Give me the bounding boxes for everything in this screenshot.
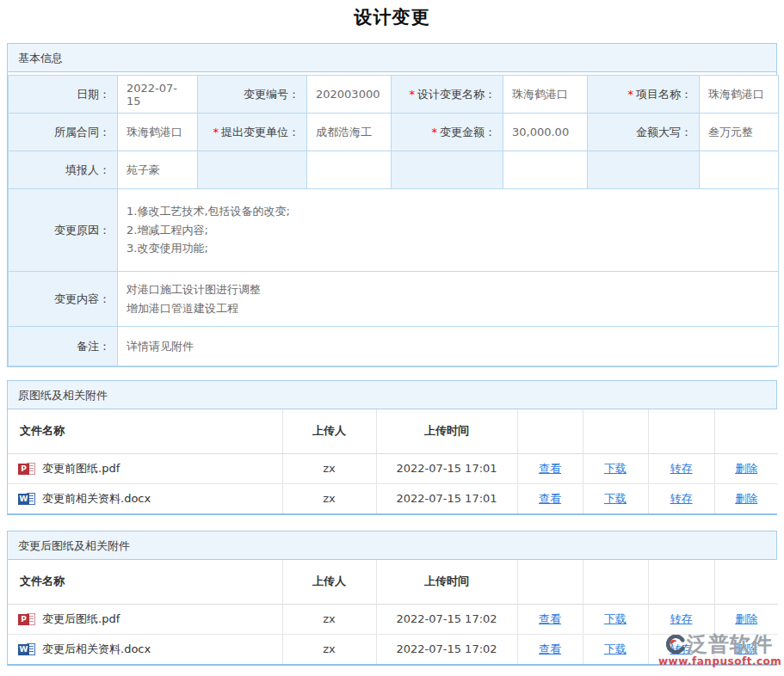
transfer-link[interactable]: 转存 [670,612,693,625]
uploader-header: 上传人 [282,409,376,453]
after-attachments-table: 文件名称 上传人 上传时间 P 变更后图纸.pdf zx 2022-07-15 … [8,560,778,664]
uploader: zx [282,483,376,513]
uploader: zx [282,634,376,664]
contract-value: 珠海鹤港口 [118,114,198,151]
basic-info-table: 日期： 2022-07-15 变更编号： 202003000 *设计变更名称： … [8,75,779,366]
upload-time: 2022-07-15 17:01 [376,453,517,483]
required-marker: * [628,88,634,101]
required-marker: * [410,88,416,101]
upload-time-header: 上传时间 [376,409,517,453]
view-link[interactable]: 查看 [539,492,561,505]
uploader: zx [282,604,376,634]
original-attachments-panel: 原图纸及相关附件 文件名称 上传人 上传时间 P 变更前图纸.pdf zx [7,380,777,515]
upload-time: 2022-07-15 17:01 [376,483,517,513]
amount-caps-value: 叁万元整 [700,114,779,151]
amount-label: *变更金额： [392,114,503,151]
transfer-link[interactable]: 转存 [670,462,693,475]
transfer-link[interactable]: 转存 [670,492,693,505]
delete-link[interactable]: 删除 [735,612,757,625]
view-link[interactable]: 查看 [539,462,561,475]
reason-value: 1.修改工艺技术,包括设备的改变; 2.增减工程内容; 3.改变使用功能; [118,189,779,272]
download-link[interactable]: 下载 [604,462,627,475]
table-row: W 变更前相关资料.docx zx 2022-07-15 17:01 查看 下载… [8,483,778,513]
download-link[interactable]: 下载 [604,642,627,655]
download-link[interactable]: 下载 [604,612,627,625]
change-no-value: 202003000 [307,76,392,114]
original-attachments-panel-title: 原图纸及相关附件 [8,381,776,409]
pdf-file-icon: P [18,462,35,476]
table-header-row: 文件名称 上传人 上传时间 [8,409,778,453]
change-name-value: 珠海鹤港口 [503,76,588,114]
required-marker: * [213,126,219,138]
table-row: P 变更前图纸.pdf zx 2022-07-15 17:01 查看 下载 转存… [8,453,778,483]
download-link[interactable]: 下载 [604,492,627,505]
file-name-header: 文件名称 [8,560,282,604]
remark-label: 备注： [9,327,118,366]
file-name: 变更后相关资料.docx [42,642,151,657]
delete-link[interactable]: 删除 [735,462,757,475]
original-attachments-table: 文件名称 上传人 上传时间 P 变更前图纸.pdf zx 2022-07-15 … [8,409,778,513]
date-label: 日期： [9,76,118,114]
contract-label: 所属合同： [9,114,118,151]
action-col-header [517,409,583,453]
action-col-header [714,560,778,604]
delete-link[interactable]: 删除 [735,492,757,505]
delete-link[interactable]: 删除 [735,642,757,655]
upload-time-header: 上传时间 [376,560,517,604]
file-name: 变更前相关资料.docx [42,491,151,507]
empty-value-cell [307,151,392,189]
change-name-label: *设计变更名称： [392,76,503,114]
table-header-row: 文件名称 上传人 上传时间 [8,560,778,604]
amount-caps-label: 金额大写： [588,114,700,151]
file-name: 变更后图纸.pdf [42,611,120,627]
view-link[interactable]: 查看 [539,642,561,655]
propose-unit-value: 成都浩海工 [307,114,392,151]
empty-label-cell [588,151,700,189]
project-name-label: *项目名称： [588,76,700,114]
required-marker: * [432,126,438,138]
after-attachments-panel-title: 变更后图纸及相关附件 [8,532,776,560]
remark-value: 详情请见附件 [118,327,779,366]
empty-label-cell [392,151,503,189]
empty-label-cell [198,151,307,189]
empty-value-cell [700,151,779,189]
date-value: 2022-07-15 [118,76,198,114]
table-row: P 变更后图纸.pdf zx 2022-07-15 17:02 查看 下载 转存… [8,604,778,634]
uploader: zx [282,453,376,483]
propose-unit-label: *提出变更单位： [198,114,307,151]
uploader-header: 上传人 [282,560,376,604]
amount-value: 30,000.00 [503,114,588,151]
basic-info-panel: 基本信息 日期： 2022-07-15 变更编号： 202003000 *设计变… [7,43,777,367]
upload-time: 2022-07-15 17:02 [376,604,517,634]
after-attachments-panel: 变更后图纸及相关附件 文件名称 上传人 上传时间 P 变更后图纸.pdf zx [7,531,777,666]
pdf-file-icon: P [18,612,35,626]
change-no-label: 变更编号： [198,76,307,114]
reason-label: 变更原因： [9,189,118,272]
basic-info-panel-title: 基本信息 [8,44,776,72]
transfer-link[interactable]: 转存 [670,642,693,655]
file-name: 变更前图纸.pdf [42,461,120,476]
word-file-icon: W [18,642,35,656]
page-title: 设计变更 [0,5,784,29]
action-col-header [517,560,583,604]
word-file-icon: W [18,492,35,506]
page: 设计变更 基本信息 日期： 2022-07-15 变更编号： 202003000… [0,0,784,676]
action-col-header [648,560,714,604]
file-name-header: 文件名称 [8,409,282,453]
empty-value-cell [503,151,588,189]
upload-time: 2022-07-15 17:02 [376,634,517,664]
reporter-label: 填报人： [9,151,118,189]
action-col-header [583,409,648,453]
action-col-header [583,560,648,604]
content-value: 对港口施工设计图进行调整 增加港口管道建设工程 [118,272,779,327]
view-link[interactable]: 查看 [539,612,561,625]
action-col-header [648,409,714,453]
reporter-value: 苑子豪 [118,151,198,189]
content-label: 变更内容： [9,272,118,327]
project-name-value: 珠海鹤港口 [700,76,779,114]
action-col-header [714,409,778,453]
table-row: W 变更后相关资料.docx zx 2022-07-15 17:02 查看 下载… [8,634,778,664]
